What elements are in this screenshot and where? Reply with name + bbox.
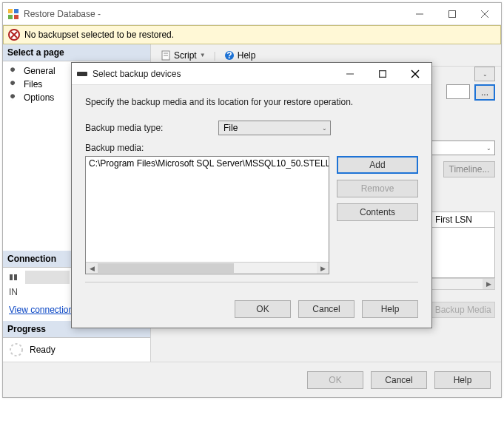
remove-button[interactable]: Remove	[337, 180, 418, 197]
database-combo[interactable]: ⌄	[430, 141, 495, 155]
svg-rect-5	[449, 10, 456, 17]
media-type-value: File	[224, 123, 238, 133]
main-ok-button[interactable]: OK	[307, 371, 363, 389]
wrench-icon	[9, 92, 19, 103]
media-list-item[interactable]: C:\Program Files\Microsoft SQL Server\MS…	[86, 157, 329, 170]
script-icon	[161, 50, 171, 61]
dialog-help-button[interactable]: Help	[362, 300, 418, 318]
scroll-right-icon[interactable]: ▶	[317, 263, 329, 274]
chevron-down-icon: ⌄	[322, 125, 327, 132]
add-button[interactable]: Add	[337, 156, 418, 174]
main-footer: OK Cancel Help	[3, 362, 501, 397]
progress-status: Ready	[30, 345, 56, 355]
svg-rect-21	[380, 70, 386, 77]
media-type-combo[interactable]: File ⌄	[218, 121, 331, 135]
sidebar-label-options: Options	[24, 92, 54, 103]
media-area: C:\Program Files\Microsoft SQL Server\MS…	[85, 156, 418, 274]
dialog-close-button[interactable]	[399, 63, 431, 84]
media-type-label: Backup media type:	[85, 123, 218, 133]
help-label: Help	[238, 50, 256, 61]
error-icon	[8, 29, 20, 41]
help-button-toolbar[interactable]: ? Help	[219, 47, 261, 64]
svg-rect-3	[14, 15, 19, 19]
dialog-ok-button[interactable]: OK	[235, 300, 291, 318]
svg-rect-1	[14, 9, 19, 13]
media-buttons: Add Remove Contents	[337, 156, 418, 274]
main-titlebar: Restore Database -	[3, 3, 501, 25]
svg-point-13	[10, 344, 22, 356]
chevron-down-icon: ▼	[200, 52, 206, 58]
dialog-maximize-button[interactable]	[366, 63, 399, 84]
maximize-button[interactable]	[436, 3, 468, 24]
svg-rect-0	[8, 9, 13, 13]
connection-name-redacted	[25, 271, 70, 284]
svg-rect-11	[10, 274, 13, 280]
grid-body	[430, 228, 495, 278]
warning-text: No backupset selected to be restored.	[24, 30, 174, 40]
media-listbox[interactable]: C:\Program Files\Microsoft SQL Server\MS…	[85, 156, 329, 274]
app-icon	[7, 8, 19, 20]
dialog-separator	[85, 282, 418, 282]
server-icon	[9, 273, 21, 282]
scroll-left-icon[interactable]: ◀	[86, 263, 98, 274]
contents-button[interactable]: Contents	[337, 203, 418, 221]
scroll-thumb[interactable]	[98, 263, 234, 273]
script-label: Script	[174, 50, 197, 61]
progress-row: Ready	[3, 338, 150, 362]
select-page-header: Select a page	[3, 44, 150, 61]
main-title: Restore Database -	[24, 9, 403, 19]
scroll-track[interactable]	[98, 263, 317, 274]
svg-rect-12	[14, 274, 17, 280]
dialog-minimize-button[interactable]	[334, 63, 366, 84]
close-button[interactable]	[468, 3, 501, 24]
svg-rect-2	[8, 15, 13, 19]
chevron-down-icon: ⌄	[483, 71, 488, 78]
listbox-scrollbar[interactable]: ◀ ▶	[86, 262, 329, 274]
wrench-icon	[9, 79, 19, 89]
script-button[interactable]: Script ▼	[155, 47, 211, 64]
main-help-button[interactable]: Help	[434, 371, 491, 389]
grid-column-header[interactable]: First LSN	[430, 211, 495, 228]
dialog-footer: OK Cancel Help	[72, 291, 431, 328]
browse-button[interactable]: ...	[474, 84, 495, 101]
wrench-icon	[9, 66, 19, 76]
dialog-cancel-button[interactable]: Cancel	[298, 300, 355, 318]
media-type-row: Backup media type: File ⌄	[85, 121, 418, 135]
sidebar-label-files: Files	[24, 79, 42, 89]
dialog-instruction: Specify the backup media and its locatio…	[85, 97, 418, 107]
dialog-body: Specify the backup media and its locatio…	[72, 85, 431, 291]
dialog-titlebar: Select backup devices	[72, 63, 431, 85]
svg-text:?: ?	[226, 50, 232, 61]
sidebar-label-general: General	[24, 66, 56, 76]
warning-bar: No backupset selected to be restored.	[3, 25, 501, 44]
source-combo[interactable]: ⌄	[474, 67, 495, 81]
grid-scrollbar[interactable]: ▶	[430, 278, 495, 290]
scroll-right-icon[interactable]: ▶	[483, 279, 494, 289]
media-list-label: Backup media:	[85, 143, 418, 153]
svg-rect-19	[77, 72, 87, 76]
select-backup-devices-dialog: Select backup devices Specify the backup…	[71, 62, 432, 328]
dialog-title: Select backup devices	[93, 69, 334, 79]
minimize-button[interactable]	[403, 3, 436, 24]
spinner-icon	[9, 342, 24, 357]
device-field[interactable]	[446, 84, 470, 99]
timeline-button[interactable]: Timeline...	[443, 161, 495, 177]
help-icon: ?	[224, 50, 235, 61]
chevron-down-icon: ⌄	[486, 145, 491, 152]
device-icon	[76, 68, 88, 80]
main-cancel-button[interactable]: Cancel	[371, 371, 427, 389]
